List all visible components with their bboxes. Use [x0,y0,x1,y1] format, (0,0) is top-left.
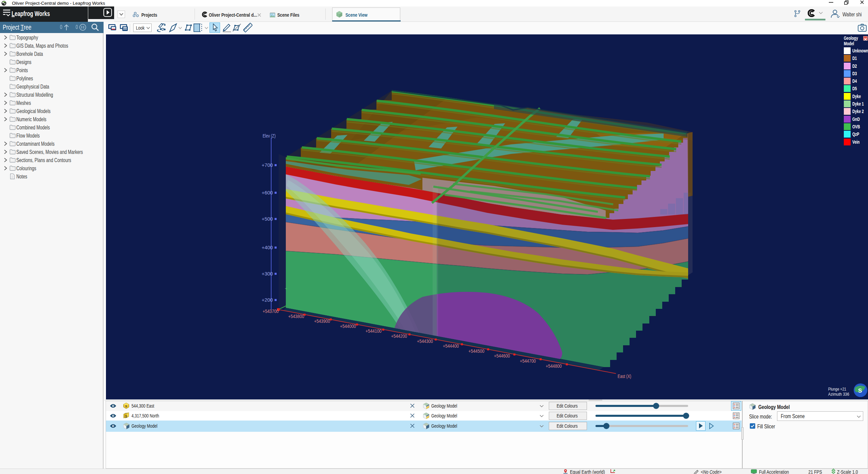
svg-text:S: S [125,415,127,418]
svg-text:+544200: +544200 [391,333,407,339]
svg-text:+544000: +544000 [340,323,356,329]
svg-text:+300: +300 [262,271,273,276]
svg-text:+544600: +544600 [494,353,510,359]
svg-text:+543800: +543800 [288,314,304,319]
svg-text:Elev (Z): Elev (Z) [263,133,276,139]
svg-text:+600: +600 [262,190,273,195]
svg-text:East (X): East (X) [618,374,631,379]
svg-text:+544500: +544500 [468,348,484,354]
svg-text:Azimuth 336: Azimuth 336 [828,392,849,397]
svg-text:+543900: +543900 [314,318,330,324]
svg-text:+543700: +543700 [263,309,279,314]
svg-text:+544700: +544700 [520,358,536,364]
svg-text:+544800: +544800 [546,363,562,369]
svg-text:S: S [125,405,127,408]
svg-text:+200: +200 [262,297,273,303]
svg-text:+400: +400 [262,245,273,250]
svg-text:+700: +700 [262,162,273,168]
svg-text:+544100: +544100 [366,328,382,334]
svg-text:S: S [858,388,862,394]
svg-text:Plunge +21: Plunge +21 [828,386,846,392]
svg-text:+: + [285,286,288,291]
svg-text:+544400: +544400 [443,343,459,349]
svg-text:+544300: +544300 [417,338,433,344]
svg-text:+500: +500 [262,216,273,222]
